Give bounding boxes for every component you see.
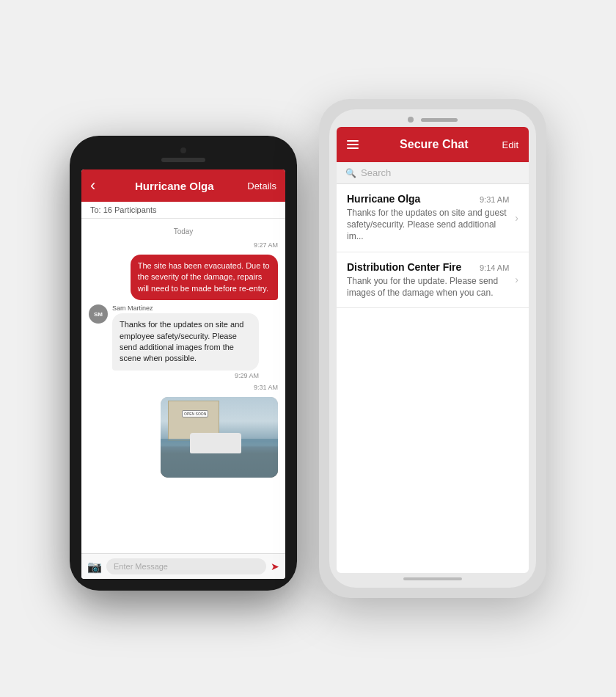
white-phone-inner: Secure Chat Edit 🔍 Search Hurricane Olga	[329, 109, 536, 588]
date-label: Today	[89, 222, 278, 237]
camera-button[interactable]: 📷	[87, 560, 102, 574]
msg3-image: OPEN SOON	[161, 397, 278, 478]
msg2-wrap: Sam Martinez Thanks for the updates on s…	[112, 304, 259, 379]
back-button[interactable]: ‹	[90, 178, 95, 194]
message-input[interactable]: Enter Message	[106, 558, 266, 574]
white-phone: Secure Chat Edit 🔍 Search Hurricane Olga	[319, 99, 546, 598]
conv1-header: Hurricane Olga 9:31 AM	[347, 193, 509, 205]
front-speaker	[421, 118, 458, 122]
send-button[interactable]: ➤	[271, 561, 279, 572]
camera-dot	[180, 147, 186, 153]
phone-top-bar	[337, 117, 529, 123]
home-indicator	[403, 577, 462, 580]
conversation-item-fire[interactable]: Distribution Center Fire 9:14 AM Thank y…	[337, 252, 529, 308]
conversation-item-hurricane[interactable]: Hurricane Olga 9:31 AM Thanks for the up…	[337, 184, 529, 252]
hamburger-menu-button[interactable]	[347, 140, 359, 149]
white-phone-nav-title: Secure Chat	[366, 138, 502, 151]
flood-truck	[190, 433, 241, 453]
chat-to-line: To: 16 Participants	[81, 202, 285, 219]
white-phone-navbar: Secure Chat Edit	[337, 127, 529, 162]
black-phone-nav-title: Hurricane Olga	[101, 180, 247, 192]
search-bar[interactable]: 🔍 Search	[337, 162, 529, 184]
conv2-preview: Thank you for the update. Please send im…	[347, 275, 509, 299]
msg1-time: 9:27 AM	[89, 241, 278, 249]
msg2-bubble: Thanks for the updates on site and emplo…	[112, 313, 259, 371]
conversation-list: Hurricane Olga 9:31 AM Thanks for the up…	[337, 184, 529, 573]
chat-messages: Today 9:27 AM The site has been evacuate…	[81, 219, 285, 553]
conv1-preview: Thanks for the updates on site and guest…	[347, 207, 509, 243]
conv2-header: Distribution Center Fire 9:14 AM	[347, 261, 509, 273]
msg2-sender: Sam Martinez	[112, 304, 259, 312]
conv1-chevron-icon: ›	[515, 212, 518, 224]
msg2-row: SM Sam Martinez Thanks for the updates o…	[89, 304, 278, 379]
conv2-chevron-icon: ›	[515, 274, 518, 285]
msg1-bubble: The site has been evacuated. Due to the …	[131, 255, 278, 300]
flood-image-scene: OPEN SOON	[161, 397, 278, 478]
conv2-content: Distribution Center Fire 9:14 AM Thank y…	[347, 261, 509, 299]
white-phone-screen: Secure Chat Edit 🔍 Search Hurricane Olga	[337, 127, 529, 573]
scene: ‹ Hurricane Olga Details To: 16 Particip…	[0, 0, 616, 697]
conv1-time: 9:31 AM	[480, 195, 509, 204]
black-phone: ‹ Hurricane Olga Details To: 16 Particip…	[70, 136, 297, 591]
speaker	[161, 158, 205, 162]
camera-front	[408, 117, 414, 123]
conv1-content: Hurricane Olga 9:31 AM Thanks for the up…	[347, 193, 509, 243]
conv2-title: Distribution Center Fire	[347, 261, 461, 273]
search-input[interactable]: Search	[361, 167, 391, 178]
conv1-title: Hurricane Olga	[347, 193, 420, 205]
msg2-avatar: SM	[89, 304, 108, 324]
chat-input-bar: 📷 Enter Message ➤	[81, 553, 285, 579]
conv2-time: 9:14 AM	[480, 263, 509, 272]
edit-button[interactable]: Edit	[502, 139, 518, 150]
msg3-time: 9:31 AM	[89, 384, 278, 391]
black-phone-navbar: ‹ Hurricane Olga Details	[81, 169, 285, 202]
details-button[interactable]: Details	[247, 180, 276, 191]
black-phone-screen: ‹ Hurricane Olga Details To: 16 Particip…	[81, 169, 285, 579]
open-soon-sign: OPEN SOON	[182, 410, 208, 417]
msg2-time: 9:29 AM	[112, 372, 259, 379]
search-icon: 🔍	[345, 168, 356, 178]
